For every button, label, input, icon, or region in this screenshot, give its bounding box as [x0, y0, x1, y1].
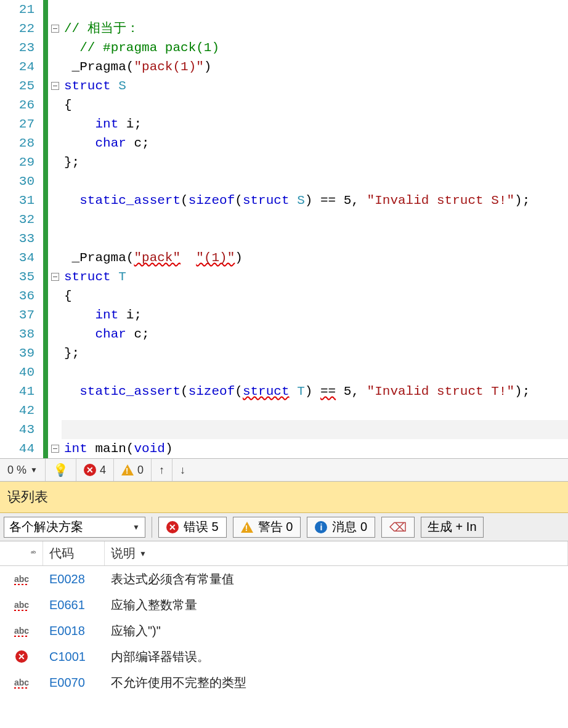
lightbulb-icon: 💡	[53, 463, 68, 477]
error-row[interactable]: abc E0661 应输入整数常量	[0, 592, 568, 618]
line-number: 33	[0, 229, 34, 248]
errors-filter-button[interactable]: ✕ 错误 5	[158, 517, 227, 538]
code-line: static_assert(sizeof(struct T) == 5, "In…	[62, 382, 568, 401]
error-list-toolbar: 各个解决方案 ▼ ✕ 错误 5 警告 0 i 消息 0 ⌫ 生成 + In	[0, 513, 568, 541]
code-line: };	[62, 344, 568, 363]
error-row[interactable]: abc E0028 表达式必须含有常量值	[0, 566, 568, 592]
line-number: 32	[0, 210, 34, 229]
dropdown-value: 各个解决方案	[9, 519, 83, 535]
messages-filter-label: 消息 0	[332, 519, 367, 535]
errors-count: 4	[100, 464, 106, 477]
code-content[interactable]: // 相当于： // #pragma pack(1) _Pragma("pack…	[62, 0, 568, 458]
code-line: {	[62, 95, 568, 115]
code-line: {	[62, 286, 568, 305]
error-description: 应输入整数常量	[105, 597, 568, 613]
errors-filter-label: 错误 5	[184, 519, 219, 535]
error-list-header: ᵃᵇ 代码 说明 ▼	[0, 541, 568, 566]
errors-counter[interactable]: ✕ 4	[76, 459, 114, 481]
warning-icon	[241, 522, 253, 533]
error-list-table: ᵃᵇ 代码 说明 ▼ abc E0028 表达式必须含有常量值 abc E066…	[0, 541, 568, 695]
line-number: 27	[0, 115, 34, 134]
error-code: C1001	[43, 650, 105, 664]
code-line: int i;	[62, 115, 568, 134]
code-line: static_assert(sizeof(struct S) == 5, "In…	[62, 191, 568, 210]
line-number: 24	[0, 57, 34, 76]
line-number: 22	[0, 19, 34, 38]
code-line: int i;	[62, 305, 568, 325]
error-row[interactable]: ✕ C1001 内部编译器错误。	[0, 644, 568, 669]
solution-scope-dropdown[interactable]: 各个解决方案 ▼	[4, 517, 145, 538]
warnings-filter-label: 警告 0	[258, 519, 293, 535]
warnings-count: 0	[137, 464, 144, 477]
fold-toggle-icon[interactable]	[51, 82, 59, 90]
intellisense-icon: abc	[14, 677, 29, 687]
line-number: 31	[0, 191, 34, 210]
fold-toggle-icon[interactable]	[51, 25, 59, 33]
clear-filter-icon: ⌫	[389, 520, 407, 535]
header-code[interactable]: 代码	[43, 541, 105, 565]
editor-statusbar: 0 % ▼ 💡 ✕ 4 0 ↑ ↓	[0, 458, 568, 482]
code-line: struct S	[62, 76, 568, 95]
error-description: 表达式必须含有常量值	[105, 571, 568, 588]
chevron-down-icon: ▼	[30, 466, 38, 474]
line-number: 42	[0, 401, 34, 420]
error-code: E0070	[43, 676, 105, 690]
intellisense-icon: abc	[14, 574, 29, 584]
warnings-counter[interactable]: 0	[114, 459, 152, 481]
fold-column	[48, 0, 62, 458]
next-issue-button[interactable]: ↓	[172, 459, 193, 481]
code-line: // 相当于：	[62, 19, 568, 38]
chevron-down-icon: ▼	[132, 523, 140, 532]
code-line: _Pragma("pack" "(1)")	[62, 248, 568, 267]
divider	[152, 517, 152, 538]
error-list-title: 误列表	[0, 482, 568, 513]
line-number: 25	[0, 76, 34, 95]
build-dropdown-label: 生成 + In	[428, 519, 476, 535]
line-number: 29	[0, 153, 34, 172]
error-row[interactable]: abc E0070 不允许使用不完整的类型	[0, 669, 568, 695]
line-number: 26	[0, 95, 34, 115]
arrow-up-icon: ↑	[159, 464, 164, 477]
line-number: 39	[0, 344, 34, 363]
error-icon: ✕	[84, 464, 96, 476]
zoom-value: 0 %	[7, 464, 26, 477]
code-line: // #pragma pack(1)	[62, 38, 568, 57]
error-description: 不允许使用不完整的类型	[105, 674, 568, 691]
header-description[interactable]: 说明 ▼	[105, 541, 568, 565]
code-line: _Pragma("pack(1)")	[62, 57, 568, 76]
header-severity[interactable]: ᵃᵇ	[0, 541, 43, 565]
change-indicator-bar	[43, 0, 48, 458]
code-editor: 21 22 23 24 25 26 27 28 29 30 31 32 33 3…	[0, 0, 568, 458]
line-number: 28	[0, 134, 34, 153]
code-line: char c;	[62, 134, 568, 153]
line-number: 35	[0, 267, 34, 286]
code-line: struct T	[62, 267, 568, 286]
zoom-dropdown[interactable]: 0 % ▼	[0, 459, 46, 481]
fold-toggle-icon[interactable]	[51, 273, 59, 281]
clear-filter-button[interactable]: ⌫	[381, 517, 415, 538]
line-number: 30	[0, 172, 34, 191]
warning-icon	[121, 464, 134, 475]
header-desc-label: 说明	[111, 545, 136, 562]
warnings-filter-button[interactable]: 警告 0	[233, 517, 301, 538]
error-icon: ✕	[166, 521, 179, 533]
sort-desc-icon: ▼	[139, 549, 147, 558]
code-line: int main(void)	[62, 439, 568, 458]
code-line: char c;	[62, 325, 568, 344]
error-description: 内部编译器错误。	[105, 649, 568, 665]
build-intellisense-dropdown[interactable]: 生成 + In	[421, 517, 483, 538]
error-description: 应输入")"	[105, 623, 568, 639]
line-number: 38	[0, 325, 34, 344]
line-number: 44	[0, 439, 34, 458]
error-code: E0661	[43, 598, 105, 612]
code-line: };	[62, 153, 568, 172]
line-number: 41	[0, 382, 34, 401]
line-number-gutter: 21 22 23 24 25 26 27 28 29 30 31 32 33 3…	[0, 0, 43, 458]
prev-issue-button[interactable]: ↑	[152, 459, 172, 481]
error-row[interactable]: abc E0018 应输入")"	[0, 618, 568, 644]
fold-toggle-icon[interactable]	[51, 445, 59, 453]
messages-filter-button[interactable]: i 消息 0	[307, 517, 375, 538]
line-number: 36	[0, 286, 34, 305]
intellisense-icon: abc	[14, 626, 29, 636]
lightbulb-button[interactable]: 💡	[46, 459, 76, 481]
